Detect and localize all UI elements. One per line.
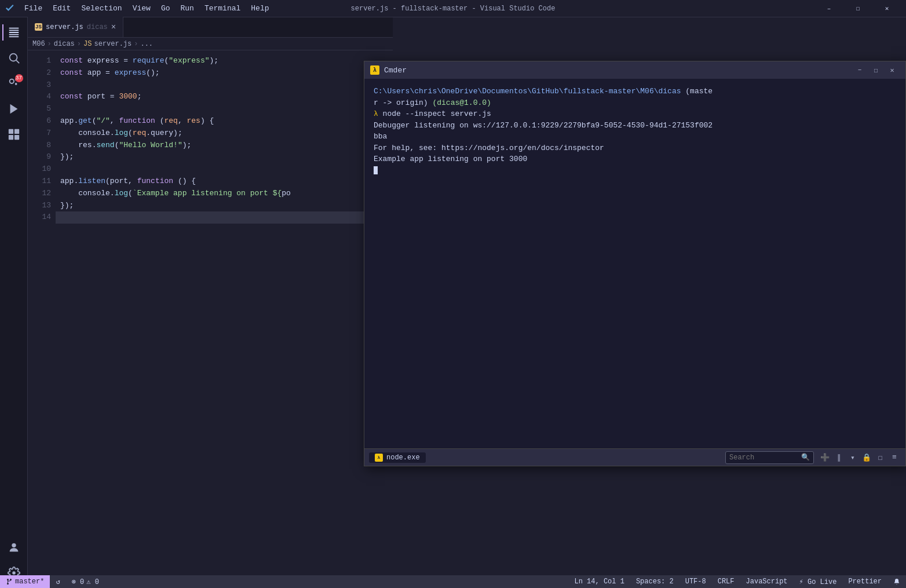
activity-account[interactable] — [2, 536, 25, 559]
menu-file[interactable]: File — [20, 3, 47, 14]
terminal-branch-line: r -> origin) (dicas@1.0.0) — [374, 97, 896, 109]
terminal-version: (dicas@1.0.0) — [432, 98, 491, 107]
taskbar-node-label: node.exe — [386, 454, 420, 462]
menu-edit[interactable]: Edit — [48, 3, 75, 14]
svg-marker-2 — [10, 104, 17, 114]
code-editor[interactable]: 12345 678910 11121314 const express = re… — [28, 50, 393, 588]
terminal-cursor — [374, 166, 378, 174]
sync-icon: ↺ — [56, 578, 60, 586]
golive-text: ⚡ Go Live — [799, 578, 837, 586]
editor-area: JS server.js dicas × M06 › dicas › JS se… — [28, 17, 393, 588]
activity-run[interactable] — [2, 97, 25, 120]
status-encoding[interactable]: UTF-8 — [680, 575, 712, 588]
status-prettier[interactable]: Prettier — [842, 575, 887, 588]
code-line-9: }); — [56, 151, 393, 163]
breadcrumb-dicas[interactable]: dicas — [54, 40, 75, 48]
breadcrumb: M06 › dicas › JS server.js › ... — [28, 38, 393, 50]
activity-extensions[interactable] — [2, 123, 25, 146]
cmder-maximize-button[interactable]: ☐ — [868, 64, 883, 76]
svg-point-10 — [7, 583, 9, 585]
breadcrumb-filename[interactable]: server.js — [94, 40, 131, 48]
cmder-title-left: λ Cmder — [370, 65, 407, 75]
close-button[interactable]: ✕ — [874, 0, 900, 17]
terminal-debugger-line: Debugger listening on ws://127.0.0.1:922… — [374, 121, 713, 130]
position-text: Ln 14, Col 1 — [574, 578, 624, 586]
maximize-button[interactable]: ☐ — [845, 0, 871, 17]
status-bar-right: Ln 14, Col 1 Spaces: 2 UTF-8 CRLF JavaSc… — [568, 575, 906, 588]
menu-terminal[interactable]: Terminal — [200, 3, 245, 14]
cmder-window-controls: – ☐ ✕ — [852, 64, 900, 76]
taskbar-restore-button[interactable]: ☐ — [874, 451, 887, 464]
svg-line-1 — [16, 60, 19, 63]
menu-view[interactable]: View — [128, 3, 155, 14]
activity-explorer[interactable] — [2, 21, 25, 44]
breadcrumb-more[interactable]: ... — [140, 40, 153, 48]
cmder-title: Cmder — [384, 66, 407, 75]
source-control-badge: 37 — [15, 74, 23, 82]
terminal-output-2: bba — [374, 131, 896, 143]
code-line-13: }); — [56, 200, 393, 212]
code-line-8: res.send("Hello World!"); — [56, 140, 393, 152]
terminal-command-line: λ node --inspect server.js — [374, 108, 896, 120]
breadcrumb-file-icon: JS — [83, 40, 92, 48]
code-line-14 — [56, 211, 393, 224]
taskbar-dropdown-button[interactable]: ▾ — [846, 451, 859, 464]
status-bar: master* ↺ ⊗ 0 ⚠ 0 Ln 14, Col 1 Spaces: 2… — [0, 575, 906, 588]
menu-go[interactable]: Go — [156, 3, 175, 14]
cmder-terminal-content[interactable]: C:\Users\chris\OneDrive\Documentos\GitHu… — [364, 79, 905, 448]
status-errors[interactable]: ⊗ 0 ⚠ 0 — [66, 575, 105, 588]
activity-bar: 37 — [0, 17, 28, 588]
taskbar-menu-button[interactable]: ≡ — [888, 451, 901, 464]
code-line-2: const app = express(); — [56, 67, 393, 79]
warnings-text: ⚠ 0 — [86, 578, 99, 586]
menu-selection[interactable]: Selection — [76, 3, 126, 14]
cmder-search-input[interactable] — [729, 454, 799, 462]
taskbar-add-button[interactable]: ➕ — [819, 451, 831, 464]
terminal-help-line: For help, see: https://nodejs.org/en/doc… — [374, 144, 604, 152]
tabs-bar: JS server.js dicas × — [28, 17, 393, 38]
minimize-button[interactable]: – — [816, 0, 842, 17]
terminal-bba: bba — [374, 132, 387, 141]
svg-point-7 — [12, 543, 16, 547]
svg-point-11 — [10, 579, 12, 580]
code-line-1: const express = require("express"); — [56, 55, 393, 67]
tab-label: dicas — [87, 23, 108, 31]
status-position[interactable]: Ln 14, Col 1 — [568, 575, 630, 588]
activity-source-control[interactable]: 37 — [2, 72, 25, 95]
status-spaces[interactable]: Spaces: 2 — [630, 575, 680, 588]
code-line-6: app.get("/", function (req, res) { — [56, 115, 393, 127]
status-sync[interactable]: ↺ — [50, 575, 65, 588]
menu-help[interactable]: Help — [246, 3, 273, 14]
encoding-text: UTF-8 — [685, 578, 706, 586]
menu-run[interactable]: Run — [176, 3, 198, 14]
breadcrumb-m06[interactable]: M06 — [32, 40, 45, 48]
main-layout: 37 JS server.js dicas × M06 › — [0, 17, 906, 588]
cmder-search-icon: 🔍 — [801, 453, 810, 462]
cmder-close-button[interactable]: ✕ — [885, 64, 900, 76]
code-content[interactable]: const express = require("express"); cons… — [56, 50, 393, 588]
tab-close-button[interactable]: × — [111, 23, 116, 31]
taskbar-actions: ➕ ∥ ▾ 🔒 ☐ ≡ — [819, 451, 901, 464]
errors-text: ⊗ 0 — [72, 578, 85, 586]
status-line-ending[interactable]: CRLF — [712, 575, 740, 588]
terminal-output-1: Debugger listening on ws://127.0.0.1:922… — [374, 120, 896, 132]
taskbar-lock-button[interactable]: 🔒 — [860, 451, 873, 464]
status-language[interactable]: JavaScript — [740, 575, 794, 588]
svg-point-8 — [12, 571, 16, 575]
code-line-12: console.log(`Example app listening on po… — [56, 188, 393, 200]
editor-tab[interactable]: JS server.js dicas × — [28, 17, 123, 37]
cmder-search-box[interactable]: 🔍 — [725, 451, 814, 464]
status-notifications[interactable] — [887, 575, 906, 588]
vscode-icon — [6, 4, 15, 13]
taskbar-split-button[interactable]: ∥ — [832, 451, 845, 464]
activity-search[interactable] — [2, 46, 25, 70]
tab-file-icon: JS — [35, 23, 42, 31]
taskbar-node-tab[interactable]: λ node.exe — [369, 452, 426, 463]
status-branch[interactable]: master* — [0, 575, 50, 588]
terminal-command: node --inspect server.js — [383, 109, 491, 118]
terminal-output-3: For help, see: https://nodejs.org/en/doc… — [374, 143, 896, 154]
cmder-minimize-button[interactable]: – — [852, 64, 867, 76]
code-line-11: app.listen(port, function () { — [56, 176, 393, 188]
status-golive[interactable]: ⚡ Go Live — [794, 575, 843, 588]
svg-rect-5 — [8, 135, 13, 140]
